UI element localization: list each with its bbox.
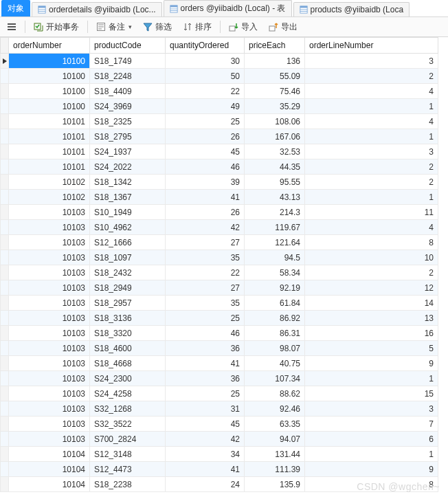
cell-priceEach[interactable]: 92.46 xyxy=(245,401,305,417)
cell-orderLineNumber[interactable]: 12 xyxy=(305,280,438,296)
cell-orderNumber[interactable]: 10100 xyxy=(9,99,90,114)
cell-orderLineNumber[interactable]: 2 xyxy=(305,159,438,175)
cell-priceEach[interactable]: 95.55 xyxy=(245,175,305,190)
sort-button[interactable]: 排序 xyxy=(180,20,214,34)
table-row[interactable]: 10103S18_10973594.510 xyxy=(1,250,438,265)
tab-objects[interactable]: 对象 xyxy=(1,0,30,16)
column-header-priceEach[interactable]: priceEach xyxy=(245,38,305,54)
cell-orderLineNumber[interactable]: 7 xyxy=(305,417,438,432)
cell-priceEach[interactable]: 61.84 xyxy=(245,296,305,311)
cell-orderLineNumber[interactable]: 3 xyxy=(305,54,438,69)
cell-orderLineNumber[interactable]: 1 xyxy=(305,190,438,205)
menu-button[interactable] xyxy=(4,21,19,33)
cell-priceEach[interactable]: 75.46 xyxy=(245,84,305,99)
cell-productCode[interactable]: S24_1937 xyxy=(90,144,166,159)
table-row[interactable]: 10103S18_29573561.8414 xyxy=(1,296,438,311)
cell-orderNumber[interactable]: 10104 xyxy=(9,462,90,477)
cell-quantityOrdered[interactable]: 46 xyxy=(166,159,245,175)
cell-priceEach[interactable]: 107.34 xyxy=(245,371,305,386)
cell-productCode[interactable]: S18_3136 xyxy=(90,311,166,326)
cell-priceEach[interactable]: 86.31 xyxy=(245,326,305,341)
table-row[interactable]: 10103S24_230036107.341 xyxy=(1,371,438,386)
cell-priceEach[interactable]: 63.35 xyxy=(245,417,305,432)
cell-orderLineNumber[interactable]: 14 xyxy=(305,296,438,311)
cell-orderNumber[interactable]: 10103 xyxy=(9,341,90,356)
cell-quantityOrdered[interactable]: 42 xyxy=(166,432,245,447)
cell-productCode[interactable]: S12_4473 xyxy=(90,462,166,477)
cell-orderNumber[interactable]: 10103 xyxy=(9,386,90,401)
table-row[interactable]: 10103S10_496242119.674 xyxy=(1,220,438,235)
table-row[interactable]: 10103S32_35224563.357 xyxy=(1,417,438,432)
tab-orderdetails[interactable]: orderdetails @yiibaidb (Loc... xyxy=(32,2,162,16)
cell-priceEach[interactable]: 32.53 xyxy=(245,144,305,159)
cell-orderNumber[interactable]: 10102 xyxy=(9,190,90,205)
cell-priceEach[interactable]: 40.75 xyxy=(245,356,305,371)
cell-priceEach[interactable]: 92.19 xyxy=(245,280,305,296)
cell-orderLineNumber[interactable]: 2 xyxy=(305,175,438,190)
cell-priceEach[interactable]: 94.5 xyxy=(245,250,305,265)
cell-orderLineNumber[interactable]: 9 xyxy=(305,462,438,477)
cell-priceEach[interactable]: 136 xyxy=(245,54,305,69)
cell-priceEach[interactable]: 88.62 xyxy=(245,386,305,401)
cell-quantityOrdered[interactable]: 41 xyxy=(166,356,245,371)
cell-orderNumber[interactable]: 10101 xyxy=(9,129,90,144)
cell-orderNumber[interactable]: 10103 xyxy=(9,417,90,432)
table-row[interactable]: 10100S18_1749301363 xyxy=(1,54,438,69)
cell-orderNumber[interactable]: 10103 xyxy=(9,250,90,265)
table-row[interactable]: 10103S18_29492792.1912 xyxy=(1,280,438,296)
table-row[interactable]: 10101S24_19374532.533 xyxy=(1,144,438,159)
cell-quantityOrdered[interactable]: 50 xyxy=(166,69,245,84)
cell-productCode[interactable]: S24_3969 xyxy=(90,99,166,114)
cell-quantityOrdered[interactable]: 24 xyxy=(166,477,245,492)
cell-quantityOrdered[interactable]: 36 xyxy=(166,341,245,356)
cell-orderNumber[interactable]: 10104 xyxy=(9,447,90,462)
cell-priceEach[interactable]: 111.39 xyxy=(245,462,305,477)
cell-orderNumber[interactable]: 10103 xyxy=(9,205,90,220)
cell-orderLineNumber[interactable]: 13 xyxy=(305,311,438,326)
cell-orderLineNumber[interactable]: 9 xyxy=(305,356,438,371)
tab-orders[interactable]: orders @yiibaidb (Local) - 表 xyxy=(164,0,292,16)
tab-products[interactable]: products @yiibaidb (Loca xyxy=(293,2,410,16)
cell-quantityOrdered[interactable]: 35 xyxy=(166,250,245,265)
begin-transaction-button[interactable]: 开始事务 xyxy=(31,20,82,34)
cell-orderNumber[interactable]: 10103 xyxy=(9,235,90,250)
column-header-productCode[interactable]: productCode xyxy=(90,38,166,54)
cell-orderNumber[interactable]: 10103 xyxy=(9,220,90,235)
cell-orderLineNumber[interactable]: 8 xyxy=(305,477,438,492)
table-row[interactable]: 10100S18_22485055.092 xyxy=(1,69,438,84)
filter-button[interactable]: 筛选 xyxy=(140,20,175,34)
table-row[interactable]: 10100S24_39694935.291 xyxy=(1,99,438,114)
cell-productCode[interactable]: S18_2325 xyxy=(90,114,166,129)
table-row[interactable]: 10101S24_20224644.352 xyxy=(1,159,438,175)
cell-priceEach[interactable]: 35.29 xyxy=(245,99,305,114)
cell-quantityOrdered[interactable]: 25 xyxy=(166,386,245,401)
cell-orderLineNumber[interactable]: 4 xyxy=(305,84,438,99)
cell-orderLineNumber[interactable]: 4 xyxy=(305,114,438,129)
cell-productCode[interactable]: S18_3320 xyxy=(90,326,166,341)
cell-orderNumber[interactable]: 10101 xyxy=(9,114,90,129)
cell-quantityOrdered[interactable]: 34 xyxy=(166,447,245,462)
cell-productCode[interactable]: S12_3148 xyxy=(90,447,166,462)
cell-orderLineNumber[interactable]: 15 xyxy=(305,386,438,401)
cell-orderNumber[interactable]: 10101 xyxy=(9,159,90,175)
cell-orderLineNumber[interactable]: 4 xyxy=(305,220,438,235)
cell-orderNumber[interactable]: 10102 xyxy=(9,175,90,190)
cell-productCode[interactable]: S18_1342 xyxy=(90,175,166,190)
cell-orderNumber[interactable]: 10103 xyxy=(9,296,90,311)
cell-productCode[interactable]: S18_4668 xyxy=(90,356,166,371)
cell-orderLineNumber[interactable]: 8 xyxy=(305,235,438,250)
cell-priceEach[interactable]: 121.64 xyxy=(245,235,305,250)
cell-priceEach[interactable]: 135.9 xyxy=(245,477,305,492)
table-row[interactable]: 10103S700_28244294.076 xyxy=(1,432,438,447)
table-row[interactable]: 10103S18_33204686.3116 xyxy=(1,326,438,341)
table-row[interactable]: 10103S10_194926214.311 xyxy=(1,205,438,220)
cell-orderLineNumber[interactable]: 1 xyxy=(305,447,438,462)
cell-priceEach[interactable]: 108.06 xyxy=(245,114,305,129)
cell-quantityOrdered[interactable]: 36 xyxy=(166,371,245,386)
cell-quantityOrdered[interactable]: 46 xyxy=(166,326,245,341)
cell-productCode[interactable]: S18_1097 xyxy=(90,250,166,265)
table-row[interactable]: 10103S18_46684140.759 xyxy=(1,356,438,371)
table-row[interactable]: 10103S18_31362586.9213 xyxy=(1,311,438,326)
cell-priceEach[interactable]: 58.34 xyxy=(245,265,305,280)
cell-quantityOrdered[interactable]: 45 xyxy=(166,144,245,159)
